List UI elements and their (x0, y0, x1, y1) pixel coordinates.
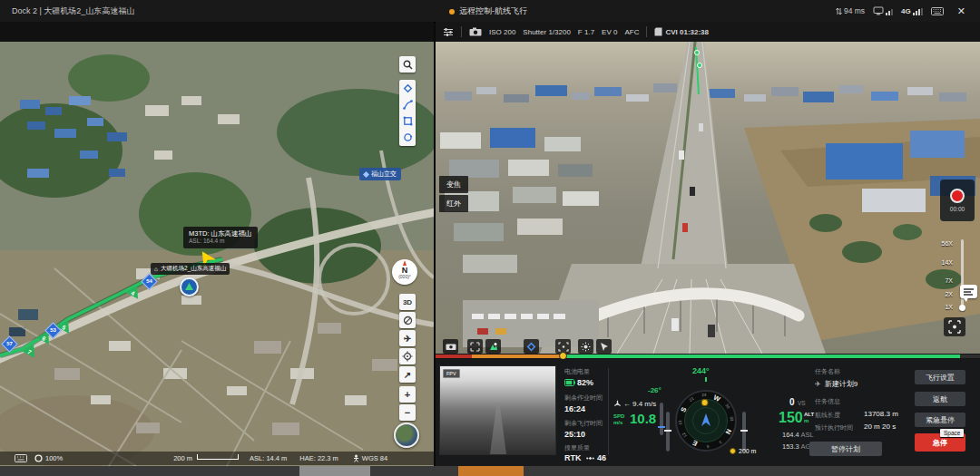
ev-value[interactable]: EV 0 (602, 28, 617, 36)
drone-asl: ASL: 164.4 m (189, 238, 252, 245)
route-length-label: 航线长度 (815, 411, 840, 420)
pause-plan-button[interactable]: 暂停计划 (809, 442, 882, 456)
map-satellite-imagery (0, 42, 434, 466)
camera-icon[interactable] (469, 27, 482, 36)
map-scale-bar (197, 454, 239, 460)
fpv-camera-button[interactable] (443, 339, 458, 354)
compass-needle-icon (403, 260, 407, 266)
grid-icon (470, 342, 480, 352)
speed-value: 10.8 (630, 411, 656, 426)
map-locate-button[interactable] (399, 348, 416, 364)
drone-info-card[interactable]: M3TD: 山东高速福山 ASL: 164.4 m (183, 227, 258, 248)
polyline-icon (403, 100, 413, 110)
basemap-switcher[interactable] (394, 423, 419, 448)
spotlight-button[interactable] (578, 339, 593, 354)
expand-icon (944, 317, 965, 336)
rtk-label: RTK (564, 453, 582, 462)
message-bubble-icon[interactable] (960, 285, 977, 298)
placemark-icon (488, 342, 498, 352)
map-view-percent[interactable]: 100% (34, 454, 63, 462)
map-draw-tools (399, 80, 416, 146)
emergency-hover-button[interactable]: 紧急悬停 (915, 413, 965, 427)
iso-value[interactable]: ISO 200 (489, 28, 515, 36)
sd-card-icon (654, 27, 662, 36)
camera-feed-image (436, 42, 980, 354)
ar-frame-icon (558, 342, 569, 352)
camera-settings-bar: ISO 200 Shutter 1/3200 F 1.7 EV 0 AFC CV… (436, 22, 980, 42)
zoom-level-label[interactable]: 56X (935, 240, 953, 247)
zoom-level-label[interactable]: 2X (935, 291, 953, 297)
map-zoom-in-button[interactable]: + (399, 386, 416, 403)
satellite-count: 46 (597, 453, 606, 462)
flight-mode-status: 远程控制-航线飞行 (449, 5, 527, 17)
camera-panel: ISO 200 Shutter 1/3200 F 1.7 EV 0 AFC CV… (436, 22, 980, 466)
eta-value: 20 m 20 s (864, 423, 896, 431)
dock-marker-icon[interactable] (180, 277, 199, 296)
camera-settings-icon[interactable] (443, 27, 454, 37)
zoom-level-label[interactable]: 14X (935, 259, 953, 266)
zoom-slider-handle[interactable] (959, 305, 965, 311)
draw-point-tool[interactable] (401, 82, 414, 95)
alt-unit: m (804, 418, 808, 423)
map-search-button[interactable] (399, 56, 416, 73)
map-pan-button[interactable]: ↗ (399, 366, 416, 383)
polygon-icon (403, 116, 413, 126)
taskbar-segment-active (458, 466, 524, 476)
aircraft-heading-icon (701, 413, 711, 428)
draw-line-tool[interactable] (401, 98, 414, 112)
waypoint-tool-button[interactable] (524, 339, 539, 354)
map-nofly-zone-button[interactable] (399, 312, 416, 328)
window-title: Dock 2 | 大疆机场2_山东高速福山 (12, 5, 134, 17)
monitor-icon (873, 6, 884, 15)
placemark-button[interactable] (485, 339, 501, 354)
return-home-button[interactable]: 返航 (915, 392, 965, 406)
zoom-level-label[interactable]: 1X (935, 304, 953, 310)
task-name-row: ✈ 新建计划9 (815, 379, 858, 389)
titlebar-indicators: 94 ms 4G ✕ (836, 0, 971, 22)
close-button[interactable]: ✕ (952, 5, 971, 17)
keyboard-shortcut-icon[interactable] (15, 454, 27, 462)
dji-dock-remote-control-window: Dock 2 | 大疆机场2_山东高速福山 远程控制-航线飞行 94 ms 4G… (0, 0, 980, 476)
map-compass[interactable]: N (000)° (392, 259, 417, 285)
diamond-icon (403, 83, 413, 93)
battery-icon (564, 379, 575, 386)
pointer-button[interactable] (596, 339, 612, 354)
dock-map-label[interactable]: ⌂ 大疆机场2_山东高速福山 (151, 263, 230, 275)
focus-mode[interactable]: AFC (624, 28, 639, 36)
map-zoom-out-button[interactable]: − (399, 404, 416, 421)
record-button[interactable]: 00:00 (940, 180, 975, 221)
work-time-value: 16:24 (564, 404, 585, 413)
fpv-thumbnail[interactable]: FPV (439, 365, 556, 455)
flight-settings-button[interactable]: 飞行设置 (915, 370, 965, 384)
draw-polygon-tool[interactable] (401, 114, 414, 128)
draw-orbit-tool[interactable] (401, 131, 414, 144)
zoom-level-label[interactable]: 7X (935, 277, 953, 284)
aperture-value[interactable]: F 1.7 (578, 28, 594, 36)
shutter-value[interactable]: Shutter 1/3200 (523, 28, 570, 36)
satellite-map[interactable]: 4 5 6 7 54 53 57 M3TD: 山东高速福山 ASL: 164.4… (0, 42, 434, 466)
split-view-button[interactable] (467, 339, 483, 354)
map-3d-button[interactable]: 3D (399, 294, 416, 310)
fpv-camera-icon (446, 343, 456, 351)
lens-zoom-button[interactable]: 变焦 (439, 176, 468, 193)
map-aircraft-button[interactable]: ✈ (399, 330, 416, 346)
video-signal-bars (886, 9, 893, 15)
camera-feed[interactable]: 变焦 红外 00:00 56X 14X 7X 2X 1X (436, 42, 980, 354)
map-datum: WGS 84 (353, 454, 387, 462)
crosshair-icon (402, 351, 413, 362)
lens-ir-button[interactable]: 红外 (439, 195, 468, 212)
asl-readout: 164.4 ASL (782, 431, 814, 439)
satellite-label: 搜星质量 (564, 443, 590, 452)
attitude-compass: N E S W 3 6 12 15 21 24 30 33 (675, 390, 737, 452)
drone-name: M3TD: 山东高速福山 (189, 229, 252, 238)
flight-time-label: 剩余飞行时间 (564, 419, 603, 428)
wind-direction-arrow: ← (623, 400, 631, 408)
task-name-label: 任务名称 (815, 367, 840, 376)
heading-value: 244° (692, 366, 710, 375)
storage-record-status: CVI 01:32:38 (654, 27, 709, 36)
route-length-value: 13708.3 m (864, 410, 898, 418)
status-dot-icon (449, 9, 455, 15)
mission-progress-bar (436, 355, 980, 358)
keyboard-icon[interactable] (931, 7, 944, 15)
fullscreen-button[interactable] (944, 317, 965, 336)
